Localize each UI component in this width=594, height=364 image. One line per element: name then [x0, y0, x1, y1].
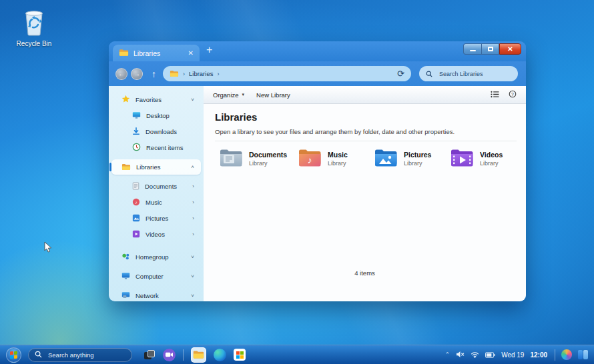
- sidebar-item-recent-items[interactable]: Recent items: [111, 140, 201, 155]
- svg-text:♪: ♪: [308, 155, 312, 165]
- computer-icon: [121, 271, 130, 283]
- chevron-up-icon[interactable]: ˄: [191, 164, 194, 170]
- chevron-down-icon[interactable]: ˅: [191, 254, 194, 260]
- search-icon: [35, 349, 42, 361]
- sidebar-item-favorites[interactable]: Favorites ˅: [111, 92, 201, 107]
- taskbar: Search anything ⌃ Wed 19 12:00: [0, 345, 594, 364]
- list-view-icon[interactable]: [491, 89, 499, 101]
- task-view-button[interactable]: [144, 350, 156, 360]
- tray-clock[interactable]: 12:00: [530, 351, 547, 359]
- tray-separator: [555, 349, 555, 361]
- sidebar-item-pictures[interactable]: Pictures ›: [111, 211, 201, 226]
- svg-text:?: ?: [511, 92, 514, 97]
- network-icon: [121, 290, 130, 302]
- selection-indicator: [109, 163, 111, 171]
- recycle-bin-icon: [21, 27, 47, 38]
- store-app-icon: [234, 349, 246, 361]
- search-box[interactable]: Search Libraries: [419, 66, 518, 81]
- wifi-icon[interactable]: [471, 349, 479, 361]
- back-button[interactable]: ←: [115, 68, 127, 80]
- taskbar-search[interactable]: Search anything: [28, 348, 132, 362]
- desktop-icon: [132, 110, 141, 122]
- folder-icon: [170, 68, 179, 80]
- battery-icon[interactable]: [485, 349, 495, 361]
- content-pane: Libraries Open a library to see your fil…: [204, 104, 526, 301]
- copilot-icon[interactable]: [561, 349, 572, 360]
- breadcrumb-bar[interactable]: › Libraries › ⟳: [163, 66, 411, 81]
- tab-libraries[interactable]: Libraries ✕: [113, 45, 200, 61]
- sidebar-item-network[interactable]: Network ˅: [111, 288, 201, 303]
- maximize-button[interactable]: [481, 43, 499, 55]
- homegroup-icon: [121, 251, 130, 263]
- help-icon[interactable]: ?: [509, 89, 517, 101]
- divider: [215, 141, 517, 141]
- taskbar-separator: [183, 349, 184, 361]
- new-library-button[interactable]: New Library: [256, 91, 290, 99]
- download-icon: [132, 126, 140, 138]
- sidebar-item-libraries[interactable]: Libraries ˄: [111, 159, 201, 175]
- library-item-videos[interactable]: VideosLibrary: [451, 148, 503, 169]
- sidebar-item-music[interactable]: ♪ Music ›: [111, 195, 201, 210]
- folder-icon: [119, 47, 129, 59]
- file-explorer-icon: [191, 347, 206, 363]
- documents-library-icon: [220, 148, 243, 169]
- file-explorer-button[interactable]: [191, 347, 206, 363]
- navigation-sidebar: Favorites ˅ Desktop Downloads Recent ite…: [109, 86, 204, 301]
- breadcrumb-item-libraries[interactable]: Libraries: [189, 70, 213, 77]
- recycle-bin-label: Recycle Bin: [15, 40, 53, 47]
- chevron-down-icon[interactable]: ˅: [191, 273, 194, 279]
- chevron-down-icon[interactable]: ˅: [191, 293, 194, 299]
- sidebar-item-desktop[interactable]: Desktop: [111, 108, 201, 123]
- chevron-down-icon: ▾: [242, 92, 245, 97]
- back-icon: ←: [118, 70, 125, 77]
- tray-expand-icon[interactable]: ⌃: [445, 351, 451, 358]
- sidebar-item-documents[interactable]: Documents ›: [111, 179, 201, 194]
- music-icon: ♪: [132, 197, 140, 209]
- search-icon: [426, 68, 432, 80]
- volume-muted-icon[interactable]: [456, 349, 465, 361]
- library-item-music[interactable]: ♪ MusicLibrary: [298, 148, 348, 169]
- library-items: DocumentsLibrary ♪ MusicLibrary Pictures…: [204, 148, 526, 177]
- task-view-icon: [144, 350, 156, 360]
- forward-button[interactable]: →: [131, 68, 143, 80]
- widgets-icon[interactable]: [578, 350, 588, 359]
- videos-library-icon: [451, 148, 474, 169]
- tab-close-icon[interactable]: ✕: [188, 49, 194, 57]
- tray-date[interactable]: Wed 19: [501, 351, 524, 359]
- chevron-right-icon[interactable]: ›: [192, 215, 194, 221]
- window-tab-bar: Libraries ✕ + ✕: [109, 41, 526, 61]
- chevron-down-icon[interactable]: ˅: [191, 97, 194, 103]
- recycle-bin[interactable]: Recycle Bin: [15, 8, 53, 47]
- library-item-documents[interactable]: DocumentsLibrary: [220, 148, 287, 169]
- up-button[interactable]: ↑: [152, 69, 156, 79]
- new-tab-button[interactable]: +: [206, 44, 212, 56]
- clock-icon: [132, 142, 141, 154]
- start-button[interactable]: [6, 347, 21, 363]
- edge-browser-button[interactable]: [214, 349, 226, 361]
- sidebar-item-downloads[interactable]: Downloads: [111, 124, 201, 139]
- breadcrumb-separator: ›: [183, 71, 185, 77]
- edge-browser-icon: [214, 349, 226, 361]
- taskbar-search-placeholder: Search anything: [48, 351, 94, 359]
- sidebar-item-computer[interactable]: Computer ˅: [111, 269, 201, 284]
- pictures-library-icon: [374, 148, 398, 169]
- close-button[interactable]: ✕: [499, 43, 521, 55]
- refresh-icon[interactable]: ⟳: [397, 69, 404, 78]
- chevron-right-icon[interactable]: ›: [192, 231, 194, 237]
- library-item-pictures[interactable]: PicturesLibrary: [374, 148, 431, 169]
- chevron-right-icon[interactable]: ›: [192, 183, 194, 189]
- video-app-button[interactable]: [163, 349, 176, 361]
- page-description: Open a library to see your files and arr…: [215, 128, 455, 135]
- svg-text:♪: ♪: [135, 199, 137, 204]
- mouse-cursor: [44, 241, 53, 256]
- forward-icon: →: [133, 70, 140, 77]
- sidebar-item-videos[interactable]: Videos ›: [111, 227, 201, 242]
- minimize-button[interactable]: [463, 43, 481, 55]
- organize-button[interactable]: Organize ▾: [213, 91, 244, 99]
- windows-logo-icon: [10, 351, 17, 359]
- chevron-right-icon[interactable]: ›: [192, 199, 194, 205]
- store-app-button[interactable]: [234, 349, 246, 361]
- sidebar-item-homegroup[interactable]: Homegroup ˅: [111, 249, 201, 265]
- video-icon: [132, 229, 140, 241]
- search-placeholder: Search Libraries: [439, 71, 483, 77]
